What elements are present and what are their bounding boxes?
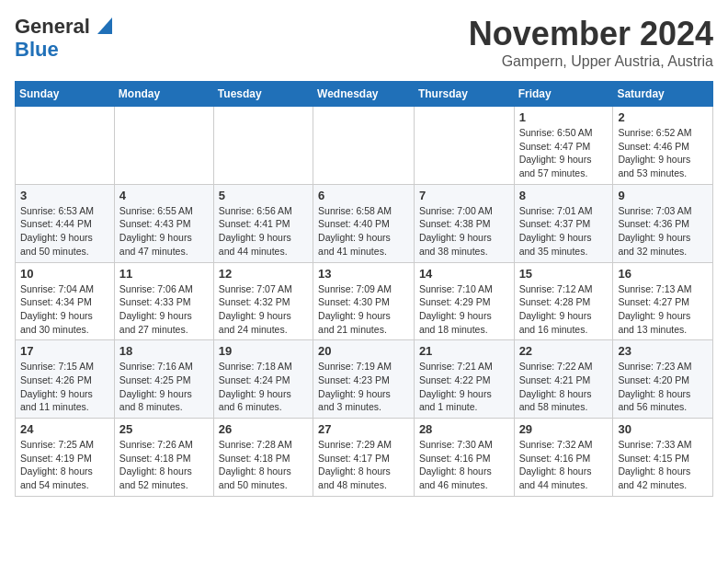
day-number: 10	[20, 267, 109, 281]
day-number: 20	[318, 344, 409, 358]
day-number: 26	[219, 422, 308, 436]
day-info: Sunrise: 6:56 AM Sunset: 4:41 PM Dayligh…	[219, 204, 308, 259]
svg-marker-0	[97, 17, 112, 34]
calendar-cell: 13Sunrise: 7:09 AM Sunset: 4:30 PM Dayli…	[313, 262, 415, 340]
day-info: Sunrise: 7:28 AM Sunset: 4:18 PM Dayligh…	[219, 438, 308, 492]
calendar-cell: 23Sunrise: 7:23 AM Sunset: 4:20 PM Dayli…	[613, 340, 713, 419]
calendar-cell: 4Sunrise: 6:55 AM Sunset: 4:43 PM Daylig…	[114, 184, 213, 262]
day-info: Sunrise: 7:18 AM Sunset: 4:24 PM Dayligh…	[219, 360, 308, 414]
calendar-cell: 25Sunrise: 7:26 AM Sunset: 4:18 PM Dayli…	[114, 419, 213, 497]
day-info: Sunrise: 6:50 AM Sunset: 4:47 PM Dayligh…	[519, 126, 609, 180]
calendar-cell: 7Sunrise: 7:00 AM Sunset: 4:38 PM Daylig…	[414, 184, 514, 262]
day-number: 9	[618, 189, 708, 202]
day-info: Sunrise: 7:01 AM Sunset: 4:37 PM Dayligh…	[519, 204, 609, 259]
day-number: 15	[519, 267, 609, 281]
day-info: Sunrise: 7:33 AM Sunset: 4:15 PM Dayligh…	[618, 438, 708, 492]
weekday-header: Wednesday	[313, 82, 415, 107]
day-info: Sunrise: 7:32 AM Sunset: 4:16 PM Dayligh…	[519, 438, 609, 492]
day-info: Sunrise: 7:13 AM Sunset: 4:27 PM Dayligh…	[618, 282, 708, 337]
calendar-cell: 22Sunrise: 7:22 AM Sunset: 4:21 PM Dayli…	[514, 340, 613, 419]
day-number: 24	[20, 422, 109, 436]
day-number: 7	[419, 189, 509, 202]
day-info: Sunrise: 6:55 AM Sunset: 4:43 PM Dayligh…	[119, 204, 209, 259]
calendar-table: SundayMondayTuesdayWednesdayThursdayFrid…	[15, 81, 713, 497]
day-info: Sunrise: 7:00 AM Sunset: 4:38 PM Dayligh…	[419, 204, 509, 259]
weekday-header: Saturday	[613, 82, 713, 107]
day-info: Sunrise: 6:58 AM Sunset: 4:40 PM Dayligh…	[318, 204, 409, 259]
calendar-cell: 28Sunrise: 7:30 AM Sunset: 4:16 PM Dayli…	[414, 419, 514, 497]
calendar-cell: 30Sunrise: 7:33 AM Sunset: 4:15 PM Dayli…	[613, 419, 713, 497]
calendar-cell: 5Sunrise: 6:56 AM Sunset: 4:41 PM Daylig…	[213, 184, 313, 262]
weekday-header: Friday	[514, 82, 613, 107]
calendar-week-row: 24Sunrise: 7:25 AM Sunset: 4:19 PM Dayli…	[16, 419, 713, 497]
calendar-cell: 20Sunrise: 7:19 AM Sunset: 4:23 PM Dayli…	[313, 340, 415, 419]
day-number: 12	[219, 267, 308, 281]
day-number: 11	[119, 267, 209, 281]
calendar-cell	[213, 107, 313, 185]
day-info: Sunrise: 7:15 AM Sunset: 4:26 PM Dayligh…	[20, 360, 109, 414]
day-number: 4	[119, 189, 209, 202]
day-number: 28	[419, 422, 509, 436]
calendar-cell: 29Sunrise: 7:32 AM Sunset: 4:16 PM Dayli…	[514, 419, 613, 497]
calendar-cell: 27Sunrise: 7:29 AM Sunset: 4:17 PM Dayli…	[313, 419, 415, 497]
calendar-week-row: 10Sunrise: 7:04 AM Sunset: 4:34 PM Dayli…	[16, 262, 713, 340]
day-number: 16	[618, 267, 708, 281]
day-info: Sunrise: 7:30 AM Sunset: 4:16 PM Dayligh…	[419, 438, 509, 492]
calendar-title: November 2024	[469, 15, 713, 53]
day-number: 22	[519, 344, 609, 358]
calendar-cell: 12Sunrise: 7:07 AM Sunset: 4:32 PM Dayli…	[213, 262, 313, 340]
calendar-cell: 9Sunrise: 7:03 AM Sunset: 4:36 PM Daylig…	[613, 184, 713, 262]
day-number: 17	[20, 344, 109, 358]
weekday-header: Tuesday	[213, 82, 313, 107]
day-info: Sunrise: 7:23 AM Sunset: 4:20 PM Dayligh…	[618, 360, 708, 414]
calendar-cell	[114, 107, 213, 185]
day-number: 1	[519, 110, 609, 124]
logo-triangle-icon	[97, 17, 112, 34]
calendar-cell: 2Sunrise: 6:52 AM Sunset: 4:46 PM Daylig…	[613, 107, 713, 185]
calendar-week-row: 17Sunrise: 7:15 AM Sunset: 4:26 PM Dayli…	[16, 340, 713, 419]
calendar-cell	[313, 107, 415, 185]
day-info: Sunrise: 7:22 AM Sunset: 4:21 PM Dayligh…	[519, 360, 609, 414]
day-number: 6	[318, 189, 409, 202]
logo-text: General	[15, 15, 112, 40]
weekday-header: Sunday	[16, 82, 115, 107]
calendar-cell: 11Sunrise: 7:06 AM Sunset: 4:33 PM Dayli…	[114, 262, 213, 340]
calendar-cell	[414, 107, 514, 185]
day-info: Sunrise: 6:53 AM Sunset: 4:44 PM Dayligh…	[20, 204, 109, 259]
calendar-cell: 15Sunrise: 7:12 AM Sunset: 4:28 PM Dayli…	[514, 262, 613, 340]
day-info: Sunrise: 7:12 AM Sunset: 4:28 PM Dayligh…	[519, 282, 609, 337]
calendar-subtitle: Gampern, Upper Austria, Austria	[469, 53, 713, 70]
day-info: Sunrise: 7:04 AM Sunset: 4:34 PM Dayligh…	[20, 282, 109, 337]
day-info: Sunrise: 6:52 AM Sunset: 4:46 PM Dayligh…	[618, 126, 708, 180]
calendar-cell	[16, 107, 115, 185]
day-info: Sunrise: 7:10 AM Sunset: 4:29 PM Dayligh…	[419, 282, 509, 337]
day-number: 2	[618, 110, 708, 124]
day-number: 21	[419, 344, 509, 358]
day-number: 25	[119, 422, 209, 436]
day-info: Sunrise: 7:21 AM Sunset: 4:22 PM Dayligh…	[419, 360, 509, 414]
day-info: Sunrise: 7:19 AM Sunset: 4:23 PM Dayligh…	[318, 360, 409, 414]
day-info: Sunrise: 7:06 AM Sunset: 4:33 PM Dayligh…	[119, 282, 209, 337]
day-number: 3	[20, 189, 109, 202]
day-info: Sunrise: 7:25 AM Sunset: 4:19 PM Dayligh…	[20, 438, 109, 492]
calendar-week-row: 1Sunrise: 6:50 AM Sunset: 4:47 PM Daylig…	[16, 107, 713, 185]
calendar-cell: 3Sunrise: 6:53 AM Sunset: 4:44 PM Daylig…	[16, 184, 115, 262]
day-info: Sunrise: 7:16 AM Sunset: 4:25 PM Dayligh…	[119, 360, 209, 414]
calendar-cell: 19Sunrise: 7:18 AM Sunset: 4:24 PM Dayli…	[213, 340, 313, 419]
logo: General Blue	[15, 15, 112, 60]
calendar-cell: 24Sunrise: 7:25 AM Sunset: 4:19 PM Dayli…	[16, 419, 115, 497]
calendar-cell: 26Sunrise: 7:28 AM Sunset: 4:18 PM Dayli…	[213, 419, 313, 497]
calendar-cell: 16Sunrise: 7:13 AM Sunset: 4:27 PM Dayli…	[613, 262, 713, 340]
day-number: 5	[219, 189, 308, 202]
calendar-cell: 14Sunrise: 7:10 AM Sunset: 4:29 PM Dayli…	[414, 262, 514, 340]
page-header: General Blue November 2024 Gampern, Uppe…	[15, 15, 713, 70]
day-number: 19	[219, 344, 308, 358]
calendar-week-row: 3Sunrise: 6:53 AM Sunset: 4:44 PM Daylig…	[16, 184, 713, 262]
day-info: Sunrise: 7:07 AM Sunset: 4:32 PM Dayligh…	[219, 282, 308, 337]
day-info: Sunrise: 7:29 AM Sunset: 4:17 PM Dayligh…	[318, 438, 409, 492]
day-number: 23	[618, 344, 708, 358]
day-info: Sunrise: 7:26 AM Sunset: 4:18 PM Dayligh…	[119, 438, 209, 492]
day-number: 13	[318, 267, 409, 281]
calendar-header-row: SundayMondayTuesdayWednesdayThursdayFrid…	[16, 82, 713, 107]
day-info: Sunrise: 7:03 AM Sunset: 4:36 PM Dayligh…	[618, 204, 708, 259]
